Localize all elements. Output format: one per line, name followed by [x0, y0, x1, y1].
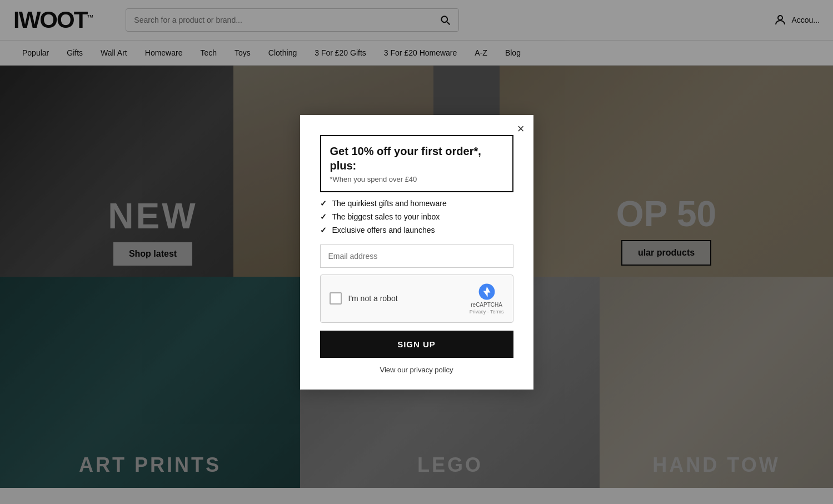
modal-headline-box: Get 10% off your first order*, plus: *Wh… — [320, 135, 513, 192]
benefit-text-1: The quirkiest gifts and homeware — [332, 199, 447, 208]
benefit-text-2: The biggest sales to your inbox — [332, 212, 440, 221]
checkmark-icon-2: ✓ — [320, 212, 327, 221]
benefit-item-3: ✓ Exclusive offers and launches — [320, 226, 513, 234]
modal-subtext: *When you spend over £40 — [330, 175, 503, 183]
email-field[interactable] — [320, 244, 513, 268]
captcha-label: I'm not a robot — [348, 294, 463, 303]
privacy-policy-link[interactable]: View our privacy policy — [320, 366, 513, 374]
recaptcha-icon — [478, 283, 496, 301]
modal-overlay[interactable]: × Get 10% off your first order*, plus: *… — [0, 0, 833, 488]
checkmark-icon-3: ✓ — [320, 226, 327, 234]
captcha-widget: I'm not a robot reCAPTCHA Privacy - Term… — [320, 275, 513, 323]
checkmark-icon-1: ✓ — [320, 199, 327, 208]
benefit-item-1: ✓ The quirkiest gifts and homeware — [320, 199, 513, 208]
captcha-logo-area: reCAPTCHA Privacy - Terms — [470, 283, 504, 315]
captcha-brand: reCAPTCHA — [471, 302, 502, 308]
captcha-checkbox[interactable] — [330, 292, 342, 305]
signup-button[interactable]: SIGN UP — [320, 331, 513, 358]
signup-modal: × Get 10% off your first order*, plus: *… — [300, 115, 533, 390]
modal-headline: Get 10% off your first order*, plus: — [330, 144, 503, 173]
benefit-text-3: Exclusive offers and launches — [332, 226, 435, 234]
modal-benefits-list: ✓ The quirkiest gifts and homeware ✓ The… — [320, 199, 513, 234]
benefit-item-2: ✓ The biggest sales to your inbox — [320, 212, 513, 221]
modal-close-button[interactable]: × — [517, 123, 525, 135]
captcha-links: Privacy - Terms — [470, 309, 504, 315]
